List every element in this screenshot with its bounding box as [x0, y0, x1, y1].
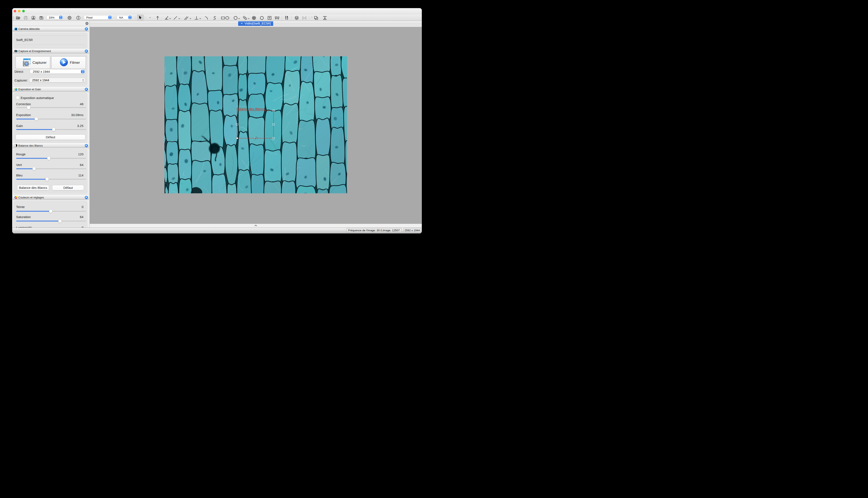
svg-text:CSV: CSV [303, 17, 306, 18]
svg-text:10um: 10um [275, 16, 279, 18]
svg-text:Balance des Blancs: Balance des Blancs [237, 107, 265, 111]
